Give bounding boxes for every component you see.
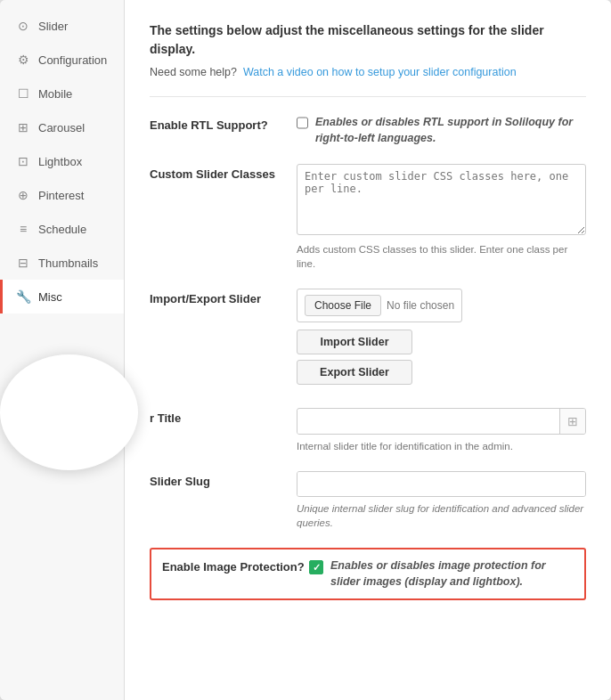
- slider-title-input-wrapper: ⊞: [297, 408, 586, 435]
- custom-classes-row: Custom Slider Classes Adds custom CSS cl…: [150, 164, 586, 271]
- image-protection-row: Enable Image Protection? Enables or disa…: [150, 548, 586, 600]
- slider-title-hint: Internal slider title for identification…: [297, 439, 586, 453]
- custom-classes-label: Custom Slider Classes: [150, 164, 297, 181]
- slider-title-input[interactable]: [297, 410, 559, 434]
- sidebar-item-schedule[interactable]: ≡ Schedule: [0, 212, 124, 246]
- image-protection-checkbox[interactable]: [309, 560, 323, 574]
- thumbnails-icon: ⊟: [15, 255, 31, 271]
- sidebar-item-misc[interactable]: 🔧 Misc: [0, 280, 124, 313]
- export-slider-button[interactable]: Export Slider: [297, 360, 412, 385]
- rtl-checkbox[interactable]: [297, 117, 308, 129]
- import-export-control: Choose File No file chosen Import Slider…: [297, 289, 586, 390]
- choose-file-button[interactable]: Choose File: [305, 295, 381, 316]
- page-title: The settings below adjust the miscellane…: [150, 21, 586, 59]
- help-link[interactable]: Watch a video on how to setup your slide…: [243, 66, 517, 78]
- sidebar-item-pinterest[interactable]: ⊕ Pinterest: [0, 178, 124, 212]
- import-export-row: Import/Export Slider Choose File No file…: [150, 289, 586, 390]
- lightbox-icon: ⊡: [15, 153, 31, 169]
- sidebar: ⊙ Slider ⚙ Configuration ☐ Mobile ⊞ Caro…: [0, 0, 125, 700]
- image-protection-label: Enable Image Protection?: [162, 558, 309, 574]
- custom-classes-textarea[interactable]: [297, 164, 586, 235]
- import-export-label: Import/Export Slider: [150, 289, 297, 305]
- image-protection-checkbox-row: Enables or disables image protection for…: [309, 558, 574, 590]
- slider-title-label: r Title: [150, 408, 297, 425]
- sidebar-item-carousel[interactable]: ⊞ Carousel: [0, 110, 124, 144]
- slider-slug-hint-text: Unique internal slider slug for identifi…: [297, 503, 583, 528]
- slider-slug-hint: Unique internal slider slug for identifi…: [297, 501, 586, 530]
- slider-slug-control: Unique internal slider slug for identifi…: [297, 471, 586, 530]
- sidebar-item-mobile[interactable]: ☐ Mobile: [0, 77, 124, 110]
- schedule-icon: ≡: [15, 221, 31, 237]
- help-text: Need some help? Watch a video on how to …: [150, 66, 586, 78]
- custom-classes-hint: Adds custom CSS classes to this slider. …: [297, 242, 586, 271]
- slider-title-control: ⊞ Internal slider title for identificati…: [297, 408, 586, 453]
- main-content: The settings below adjust the miscellane…: [125, 0, 611, 700]
- slider-slug-label: Slider Slug: [150, 471, 297, 488]
- custom-classes-control: Adds custom CSS classes to this slider. …: [297, 164, 586, 271]
- circle-highlight: [0, 354, 138, 470]
- pinterest-icon: ⊕: [15, 187, 31, 203]
- image-protection-hint: Enables or disables image protection for…: [330, 558, 574, 590]
- slider-title-icon: ⊞: [559, 409, 585, 434]
- misc-icon: 🔧: [15, 289, 31, 305]
- carousel-icon: ⊞: [15, 119, 31, 135]
- import-slider-button[interactable]: Import Slider: [297, 330, 412, 354]
- sidebar-item-lightbox[interactable]: ⊡ Lightbox: [0, 144, 124, 178]
- slider-slug-input[interactable]: [297, 472, 585, 496]
- app-window: ⊙ Slider ⚙ Configuration ☐ Mobile ⊞ Caro…: [0, 0, 611, 700]
- help-prefix: Need some help?: [150, 66, 237, 78]
- rtl-row: Enable RTL Support? Enables or disables …: [150, 115, 586, 146]
- image-protection-control: Enables or disables image protection for…: [309, 558, 574, 590]
- slider-icon: ⊙: [15, 18, 31, 34]
- mobile-icon: ☐: [15, 85, 31, 102]
- file-wrapper: Choose File No file chosen: [297, 289, 462, 322]
- rtl-label: Enable RTL Support?: [150, 115, 297, 132]
- slider-slug-input-wrapper: [297, 471, 586, 497]
- slider-title-row: r Title ⊞ Internal slider title for iden…: [150, 408, 586, 453]
- rtl-control: Enables or disables RTL support in Solil…: [297, 115, 586, 146]
- section-divider: [150, 96, 586, 97]
- rtl-hint: Enables or disables RTL support in Solil…: [315, 115, 586, 146]
- slider-slug-row: Slider Slug Unique internal slider slug …: [150, 471, 586, 530]
- rtl-checkbox-row: Enables or disables RTL support in Solil…: [297, 115, 586, 146]
- configuration-icon: ⚙: [15, 52, 31, 68]
- file-name: No file chosen: [387, 299, 454, 312]
- sidebar-item-slider[interactable]: ⊙ Slider: [0, 9, 124, 43]
- sidebar-item-thumbnails[interactable]: ⊟ Thumbnails: [0, 246, 124, 280]
- sidebar-item-configuration[interactable]: ⚙ Configuration: [0, 43, 124, 77]
- action-buttons: Import Slider Export Slider: [297, 330, 586, 385]
